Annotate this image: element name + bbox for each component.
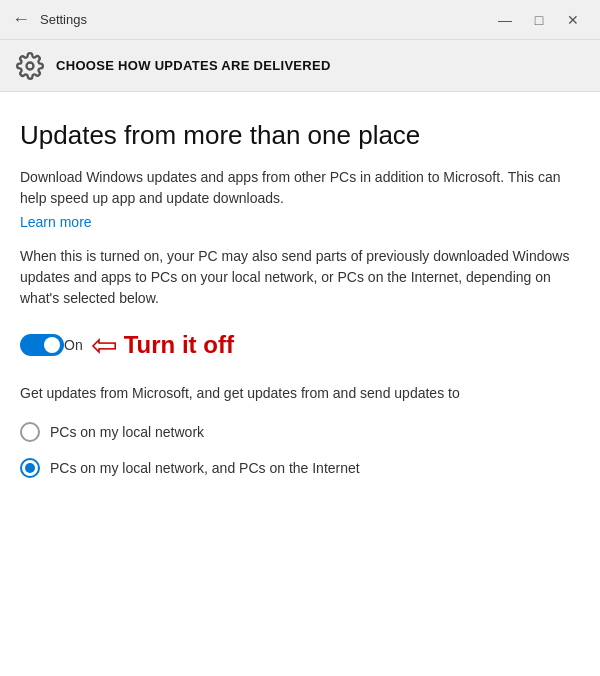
radio-circle-local	[20, 422, 40, 442]
updates-text: Get updates from Microsoft, and get upda…	[20, 383, 580, 404]
toggle-row: On ⇦ Turn it off	[20, 329, 580, 361]
content-area: Updates from more than one place Downloa…	[0, 92, 600, 514]
header-title: CHOOSE HOW UPDATES ARE DELIVERED	[56, 58, 331, 73]
radio-inner-internet	[25, 463, 35, 473]
title-bar-controls: — □ ✕	[490, 5, 588, 35]
arrow-icon: ⇦	[91, 329, 118, 361]
toggle-switch[interactable]	[20, 334, 64, 356]
header-bar: CHOOSE HOW UPDATES ARE DELIVERED	[0, 40, 600, 92]
radio-option-internet[interactable]: PCs on my local network, and PCs on the …	[20, 458, 580, 478]
maximize-button[interactable]: □	[524, 5, 554, 35]
radio-option-local[interactable]: PCs on my local network	[20, 422, 580, 442]
svg-point-0	[27, 62, 34, 69]
description2-text: When this is turned on, your PC may also…	[20, 246, 580, 309]
toggle-label: On	[64, 337, 83, 353]
window-title: Settings	[40, 12, 87, 27]
radio-label-internet: PCs on my local network, and PCs on the …	[50, 460, 360, 476]
gear-icon	[16, 52, 44, 80]
radio-label-local: PCs on my local network	[50, 424, 204, 440]
radio-circle-internet	[20, 458, 40, 478]
close-button[interactable]: ✕	[558, 5, 588, 35]
back-button[interactable]: ←	[12, 9, 30, 30]
title-bar-left: ← Settings	[12, 9, 87, 30]
page-title: Updates from more than one place	[20, 120, 580, 151]
toggle-thumb	[44, 337, 60, 353]
description-text: Download Windows updates and apps from o…	[20, 167, 580, 209]
minimize-button[interactable]: —	[490, 5, 520, 35]
title-bar: ← Settings — □ ✕	[0, 0, 600, 40]
toggle-track	[20, 334, 64, 356]
learn-more-link[interactable]: Learn more	[20, 214, 92, 230]
turn-off-annotation: Turn it off	[124, 331, 234, 359]
